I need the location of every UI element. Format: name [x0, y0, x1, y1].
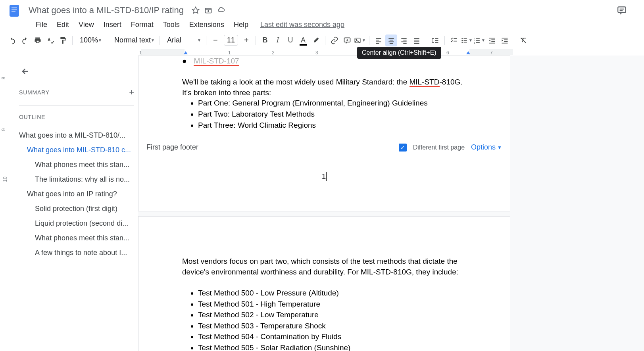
cloud-icon[interactable] — [217, 6, 225, 14]
separator — [514, 36, 514, 45]
undo-button[interactable] — [6, 35, 18, 46]
separator — [444, 36, 445, 45]
summary-heading: SUMMARY — [19, 89, 50, 96]
numbered-list-button[interactable]: 123▼ — [473, 35, 485, 46]
zoom-dropdown[interactable]: 100%▼ — [76, 35, 104, 46]
outline-item[interactable]: Liquid protection (second di... — [19, 216, 134, 231]
separator — [426, 36, 426, 45]
move-icon[interactable] — [204, 6, 212, 14]
line-spacing-button[interactable] — [429, 35, 441, 46]
menu-extensions[interactable]: Extensions — [185, 19, 228, 31]
svg-rect-3 — [12, 12, 15, 12]
footer-label: First page footer — [146, 143, 198, 152]
svg-rect-40 — [463, 42, 467, 42]
list-item[interactable]: Part Three: World Climatic Regions — [198, 120, 466, 131]
italic-button[interactable]: I — [272, 35, 284, 46]
page-content[interactable]: Most vendors focus on part two, which co… — [138, 217, 510, 351]
checklist-button[interactable] — [448, 35, 460, 46]
right-indent-marker[interactable] — [466, 51, 470, 54]
left-indent-marker[interactable] — [184, 51, 188, 54]
svg-rect-38 — [463, 38, 467, 39]
list-item[interactable]: Test Method 500 - Low Pressure (Altitude… — [198, 288, 466, 299]
list-item[interactable]: Part One: General Program (Environmental… — [198, 98, 466, 109]
footer-bar: First page footer ✓ Different first page… — [138, 139, 510, 155]
menu-format[interactable]: Format — [127, 19, 158, 31]
comment-history-button[interactable] — [614, 2, 630, 18]
align-right-button[interactable] — [398, 35, 410, 46]
list-item[interactable]: Test Method 504 - Contamination by Fluid… — [198, 332, 466, 342]
font-dropdown[interactable]: Arial▼ — [163, 35, 203, 46]
list-item[interactable]: Test Method 503 - Temperature Shock — [198, 321, 466, 332]
svg-rect-50 — [489, 42, 495, 43]
menu-file[interactable]: File — [32, 19, 51, 31]
add-summary-button[interactable]: + — [129, 87, 134, 98]
menu-insert[interactable]: Insert — [100, 19, 125, 31]
menu-edit[interactable]: Edit — [53, 19, 73, 31]
svg-rect-47 — [489, 38, 495, 38]
paint-format-button[interactable] — [57, 35, 69, 46]
outline-item[interactable]: What goes into a MIL-STD-810/... — [19, 128, 134, 143]
list-item[interactable]: Test Method 505 - Solar Radiation (Sunsh… — [198, 343, 466, 351]
menu-view[interactable]: View — [75, 19, 98, 31]
separator — [72, 36, 73, 45]
align-justify-button[interactable] — [411, 35, 423, 46]
outline-heading: OUTLINE — [19, 114, 134, 120]
menu-tools[interactable]: Tools — [159, 19, 184, 31]
outline-item[interactable]: A few things to note about I... — [19, 246, 134, 260]
svg-marker-4 — [192, 7, 199, 13]
font-size-input[interactable] — [224, 35, 238, 46]
align-left-button[interactable] — [373, 35, 384, 46]
list-item[interactable]: Test Method 502 - Low Temperature — [198, 310, 466, 320]
underline-button[interactable]: U — [285, 35, 296, 46]
options-dropdown[interactable]: Options ▼ — [471, 143, 502, 152]
svg-rect-0 — [10, 5, 19, 17]
style-dropdown[interactable]: Normal text▼ — [110, 35, 156, 46]
bulleted-list-button[interactable]: ▼ — [461, 35, 473, 46]
comment-button[interactable] — [341, 35, 353, 46]
bold-button[interactable]: B — [259, 35, 271, 46]
outline-item[interactable]: What goes into MIL-STD-810 c... — [19, 143, 134, 157]
tooltip: Center align (Ctrl+Shift+E) — [357, 47, 441, 59]
text-color-button[interactable]: A — [297, 35, 309, 46]
outline-item[interactable]: What goes into an IP rating? — [19, 187, 134, 201]
highlight-button[interactable] — [310, 35, 322, 46]
document-title[interactable]: What goes into a MIL-STD-810/IP rating — [25, 4, 187, 16]
page-2: Most vendors focus on part two, which co… — [138, 216, 510, 351]
checkbox-label: Different first page — [413, 144, 465, 151]
svg-rect-1 — [12, 8, 17, 8]
outline-item[interactable]: What phones meet this stan... — [19, 231, 134, 246]
svg-point-13 — [356, 39, 357, 40]
menu-help[interactable]: Help — [230, 19, 252, 31]
link-button[interactable] — [329, 35, 340, 46]
vertical-ruler[interactable]: 8 9 10 — [0, 56, 11, 351]
redo-button[interactable] — [19, 35, 31, 46]
clear-format-button[interactable] — [517, 35, 529, 46]
different-first-page-checkbox[interactable]: ✓ — [399, 144, 407, 152]
list-item[interactable]: Part Two: Laboratory Test Methods — [198, 109, 466, 120]
outline-item[interactable]: The limitations: why all is no... — [19, 172, 134, 187]
list-item[interactable]: Test Method 501 - High Temperature — [198, 299, 466, 310]
separator — [107, 36, 107, 45]
increase-indent-button[interactable] — [499, 35, 511, 46]
star-icon[interactable] — [192, 6, 200, 14]
decrease-font-button[interactable]: − — [210, 35, 221, 46]
outline-item[interactable]: Solid protection (first digit) — [19, 201, 134, 216]
ruler[interactable]: 1 1 2 3 4 5 6 7 — [0, 49, 644, 56]
image-button[interactable]: ▼ — [354, 35, 366, 46]
outline-item[interactable]: What phones meet this stan... — [19, 157, 134, 172]
back-button[interactable] — [17, 63, 33, 79]
page-content[interactable]: ●MIL-STD-107 We'll be taking a look at t… — [138, 56, 510, 139]
print-button[interactable] — [32, 35, 44, 46]
svg-text:3: 3 — [474, 41, 475, 44]
increase-font-button[interactable]: + — [240, 35, 252, 46]
align-center-button[interactable] — [385, 35, 397, 46]
separator — [206, 36, 206, 45]
svg-rect-52 — [504, 39, 508, 40]
last-edit-link[interactable]: Last edit was seconds ago — [260, 21, 344, 29]
document-viewport[interactable]: ●MIL-STD-107 We'll be taking a look at t… — [138, 56, 644, 351]
spellcheck-button[interactable] — [44, 35, 56, 46]
footer-content[interactable]: 1 — [138, 155, 510, 211]
decrease-indent-button[interactable] — [486, 35, 498, 46]
page-1: ●MIL-STD-107 We'll be taking a look at t… — [138, 56, 510, 211]
docs-logo[interactable] — [6, 2, 22, 18]
